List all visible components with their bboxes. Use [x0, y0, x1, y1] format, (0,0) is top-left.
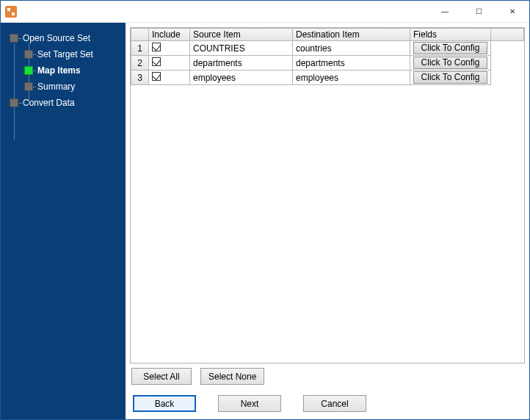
row-number[interactable]: 3 — [131, 70, 149, 85]
grid-header-corner — [131, 29, 149, 41]
row-number[interactable]: 2 — [131, 56, 149, 70]
table-row: 1COUNTRIEScountriesClick To Config — [131, 41, 524, 56]
window-controls: — ☐ ✕ — [428, 1, 529, 22]
step-summary[interactable]: Summary — [5, 79, 121, 95]
fields-cell: Click To Config — [410, 70, 491, 85]
source-item-cell[interactable]: COUNTRIES — [190, 41, 293, 56]
step-label: Convert Data — [23, 98, 75, 108]
minimize-button[interactable]: — — [428, 1, 462, 22]
close-button[interactable]: ✕ — [495, 1, 529, 22]
table-row: 3employeesemployeesClick To Config — [131, 70, 524, 85]
grid-header-spacer — [491, 29, 524, 41]
select-all-button[interactable]: Select All — [131, 368, 192, 385]
next-button[interactable]: Next — [218, 395, 281, 412]
destination-item-cell[interactable]: employees — [293, 70, 410, 85]
grid-header-source[interactable]: Source Item — [190, 29, 293, 41]
row-spacer — [491, 70, 524, 85]
select-none-button[interactable]: Select None — [200, 368, 264, 385]
main-panel: Include Source Item Destination Item Fie… — [126, 23, 529, 419]
wizard-nav-buttons: Back Next Cancel — [130, 389, 525, 412]
step-label: Summary — [37, 82, 75, 92]
row-spacer — [491, 56, 524, 70]
source-item-cell[interactable]: departments — [190, 56, 293, 70]
step-convert-data[interactable]: Convert Data — [5, 95, 121, 111]
destination-item-cell[interactable]: countries — [293, 41, 410, 56]
mapping-grid: Include Source Item Destination Item Fie… — [130, 27, 525, 363]
include-cell[interactable] — [149, 56, 190, 70]
config-fields-button[interactable]: Click To Config — [413, 57, 487, 69]
source-item-cell[interactable]: employees — [190, 70, 293, 85]
step-set-target-set[interactable]: Set Target Set — [5, 46, 121, 62]
row-spacer — [491, 41, 524, 56]
app-icon — [5, 6, 17, 18]
step-label: Map Items — [37, 65, 81, 76]
table-row: 2departmentsdepartmentsClick To Config — [131, 56, 524, 70]
grid-header-include[interactable]: Include — [149, 29, 190, 41]
include-checkbox[interactable] — [152, 43, 161, 51]
include-cell[interactable] — [149, 41, 190, 56]
config-fields-button[interactable]: Click To Config — [413, 71, 487, 84]
grid-header-row: Include Source Item Destination Item Fie… — [131, 29, 524, 41]
destination-item-cell[interactable]: departments — [293, 56, 410, 70]
wizard-steps-sidebar: Open Source Set Set Target Set Map Items — [1, 23, 126, 419]
titlebar: — ☐ ✕ — [1, 1, 529, 23]
step-label: Set Target Set — [37, 49, 93, 59]
grid-header-destination[interactable]: Destination Item — [293, 29, 410, 41]
include-cell[interactable] — [149, 70, 190, 85]
step-map-items[interactable]: Map Items — [5, 62, 121, 79]
back-button[interactable]: Back — [133, 395, 196, 412]
step-label: Open Source Set — [23, 33, 90, 43]
grid-header-fields[interactable]: Fields — [410, 29, 491, 41]
fields-cell: Click To Config — [410, 56, 491, 70]
include-checkbox[interactable] — [152, 57, 161, 66]
fields-cell: Click To Config — [410, 41, 491, 56]
wizard-window: — ☐ ✕ Open Source Set Set Ta — [0, 0, 530, 420]
config-fields-button[interactable]: Click To Config — [413, 42, 487, 54]
include-checkbox[interactable] — [152, 72, 161, 81]
cancel-button[interactable]: Cancel — [303, 395, 366, 412]
step-open-source-set[interactable]: Open Source Set — [5, 30, 121, 46]
row-number[interactable]: 1 — [131, 41, 149, 56]
selection-buttons: Select All Select None — [130, 363, 525, 389]
maximize-button[interactable]: ☐ — [462, 1, 495, 22]
